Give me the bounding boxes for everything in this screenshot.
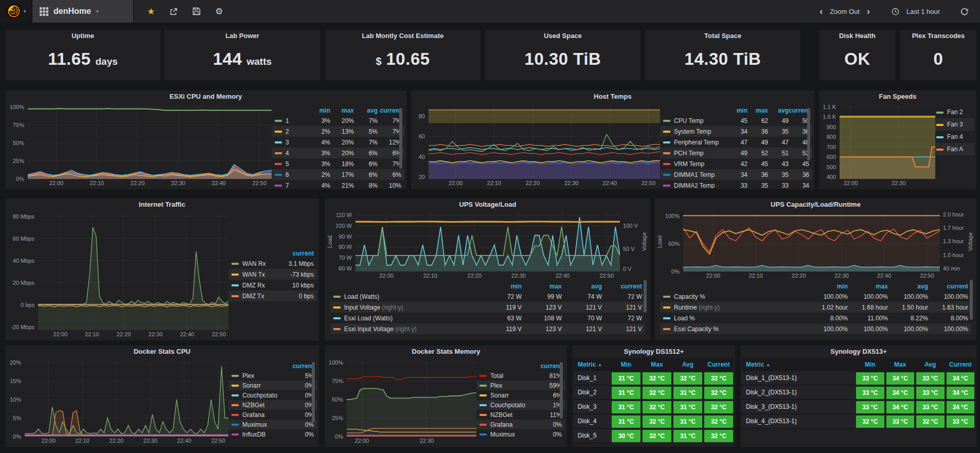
legend-item[interactable]: WAN Rx3.1 Mbps [228, 258, 317, 269]
table-header[interactable]: Metric▲MinMaxAvgCurrent [742, 358, 975, 371]
panel-title[interactable]: ESXi CPU and Memory [5, 90, 406, 103]
legend-item[interactable]: 34%20%7%12% [272, 137, 404, 148]
disk-temps-table[interactable]: Metric▲MinMaxAvgCurrentDisk_131 °C32 °C3… [573, 358, 735, 447]
panel-title[interactable]: Docker Stats CPU [5, 346, 319, 358]
legend[interactable]: Fan 2Fan 3Fan 4Fan A [935, 104, 974, 188]
panel-title[interactable]: Lab Power [165, 30, 320, 42]
legend-item[interactable]: Load (Watts)72 W99 W74 W72 W [330, 291, 645, 302]
plot-area[interactable] [25, 359, 228, 437]
panel-title[interactable]: UPS Voltage/Load [325, 198, 650, 211]
legend[interactable]: minmaxavgcurrentCPU Temp45624950System T… [660, 104, 812, 188]
legend-item[interactable]: Capacity %100.00%100.00%100.00%100.00% [660, 291, 971, 302]
legend-item[interactable]: Runtime (right-y)1.02 hour1.68 hour1.50 … [660, 302, 971, 313]
panel-title[interactable]: Host Temps [411, 90, 814, 103]
zoom-out-button[interactable]: Zoom Out [830, 8, 860, 15]
legend-item[interactable]: WAN Tx-73 kbps [228, 269, 317, 280]
legend[interactable]: minmaxavgcurrentLoad (Watts)72 W99 W74 W… [325, 281, 650, 340]
plot-area[interactable] [429, 104, 660, 179]
panel-title[interactable]: Uptime [5, 30, 161, 42]
legend-item[interactable]: DIMMA1 Temp34363536 [660, 169, 812, 180]
share-icon[interactable] [169, 7, 178, 16]
legend-item[interactable]: Sonarr6% [476, 390, 565, 400]
legend-item[interactable]: Fan 2 [935, 106, 974, 118]
legend[interactable]: currentWAN Rx3.1 MbpsWAN Tx-73 kbpsDMZ R… [228, 212, 317, 339]
legend-item[interactable]: 74%21%8%10% [272, 180, 404, 188]
legend-item[interactable]: Muximux0% [228, 420, 317, 429]
legend[interactable]: currentPlex5%Sonarr0%Couchpotato0%NZBGet… [228, 359, 317, 446]
plot-area[interactable] [840, 104, 935, 179]
legend-item[interactable]: Couchpotato1% [476, 400, 565, 410]
panel-title[interactable]: Synology DX513+ [741, 346, 976, 358]
legend-item[interactable]: 13%20%7%7% [272, 115, 404, 126]
star-icon[interactable]: ★ [147, 6, 155, 17]
legend[interactable]: minmaxavgcurrentCapacity %100.00%100.00%… [655, 281, 976, 340]
plot-area[interactable] [38, 212, 228, 330]
legend-item[interactable]: InfluxDB0% [228, 429, 317, 439]
panel-title[interactable]: Docker Stats Memory [325, 346, 567, 358]
series-color-swatch [936, 112, 943, 114]
legend-item[interactable]: Couchpotato0% [228, 390, 317, 400]
panel-title[interactable]: Internet Traffic [5, 198, 319, 211]
legend-scrollbar[interactable] [399, 108, 402, 169]
legend-scrollbar[interactable] [970, 280, 973, 320]
legend-item[interactable]: Esxi Input Voltage (right-y)119 V123 V12… [330, 323, 645, 334]
legend[interactable]: minmaxavgcurrent13%20%7%7%22%13%5%7%34%2… [272, 104, 404, 188]
legend-item[interactable]: NZBGet0% [228, 400, 317, 410]
settings-gear-icon[interactable]: ⚙ [215, 6, 223, 17]
legend[interactable]: currentTotal81%Plex59%Sonarr6%Couchpotat… [476, 359, 565, 446]
plot-area[interactable] [347, 359, 476, 437]
time-back-chevron-icon[interactable]: ‹ [819, 7, 823, 16]
table-header[interactable]: Metric▲MinMaxAvgCurrent [574, 358, 734, 371]
dashboard-selector[interactable]: denHome ▾ [32, 0, 134, 23]
panel-title[interactable]: Synology DS1512+ [573, 346, 735, 358]
legend-item[interactable]: System Temp34363536 [660, 126, 812, 137]
legend-item[interactable]: Sonarr0% [228, 380, 317, 390]
legend-scrollbar[interactable] [644, 280, 647, 313]
plot-area[interactable] [683, 212, 940, 271]
legend-item[interactable]: Grafana0% [228, 410, 317, 420]
legend-item[interactable]: DMZ Tx0 bps [228, 291, 317, 301]
legend-item[interactable]: PCH Temp49525152 [660, 148, 812, 158]
legend-item[interactable]: Plex5% [228, 371, 317, 380]
legend-item[interactable]: Total81% [476, 371, 565, 380]
panel-title[interactable]: Fan Speeds [819, 90, 976, 103]
legend-item[interactable]: Fan 4 [935, 131, 974, 143]
legend-scrollbar[interactable] [312, 362, 315, 423]
legend-item[interactable]: VRM Temp42454345 [660, 158, 812, 169]
plot-area[interactable] [28, 104, 272, 179]
legend-item[interactable]: Esxi Load (Watts)63 W108 W70 W72 W [330, 313, 645, 323]
legend-item[interactable]: Peripheral Temp47494748 [660, 137, 812, 148]
time-range-picker[interactable]: Last 1 hour [906, 8, 940, 15]
legend-item[interactable]: Load %8.00%11.00%8.22%8.00% [660, 313, 971, 323]
legend-item[interactable]: 62%17%6%6% [272, 169, 404, 180]
panel-title[interactable]: Used Space [485, 30, 640, 42]
legend-item[interactable]: Grafana0% [476, 420, 565, 429]
save-icon[interactable] [192, 7, 201, 15]
legend-item[interactable]: Input Voltage (right-y)119 V123 V121 V12… [330, 302, 645, 313]
legend-scrollbar[interactable] [560, 362, 563, 419]
legend-item[interactable]: Plex59% [476, 380, 565, 390]
legend-item[interactable]: CPU Temp45624950 [660, 115, 812, 126]
legend-item[interactable]: Fan 3 [935, 118, 974, 131]
legend-item[interactable]: DMZ Rx10 kbps [228, 280, 317, 291]
legend-item[interactable]: Muximux0% [476, 429, 565, 439]
panel-title[interactable]: Disk Health [819, 30, 896, 42]
legend-item[interactable]: 53%18%6%7% [272, 158, 404, 169]
legend-scrollbar[interactable] [807, 108, 810, 160]
legend-item[interactable]: 43%20%6%6% [272, 148, 404, 158]
legend-item[interactable]: 22%13%5%7% [272, 126, 404, 137]
legend-item[interactable]: NZBGet11% [476, 410, 565, 420]
disk-temps-table[interactable]: Metric▲MinMaxAvgCurrentDisk_1_(DX513-1)3… [741, 358, 976, 447]
table-row: Disk_231 °C32 °C31 °C32 °C [574, 386, 734, 400]
panel-title[interactable]: UPS Capacity/Load/Runtime [655, 198, 976, 211]
legend-item[interactable]: DIMMA2 Temp33353334 [660, 180, 812, 188]
refresh-icon[interactable] [960, 7, 969, 15]
panel-title[interactable]: Lab Montly Cost Estimate [325, 30, 480, 42]
plot-area[interactable] [355, 212, 620, 271]
legend-item[interactable]: Fan A [935, 143, 974, 155]
panel-title[interactable]: Plex Transcodes [900, 30, 976, 42]
legend-item[interactable]: Esxi Capacity %100.00%100.00%100.00%100.… [660, 323, 971, 334]
grafana-menu-button[interactable]: ▾ [0, 0, 32, 23]
panel-title[interactable]: Total Space [645, 30, 800, 42]
time-forward-chevron-icon[interactable]: › [867, 7, 870, 16]
